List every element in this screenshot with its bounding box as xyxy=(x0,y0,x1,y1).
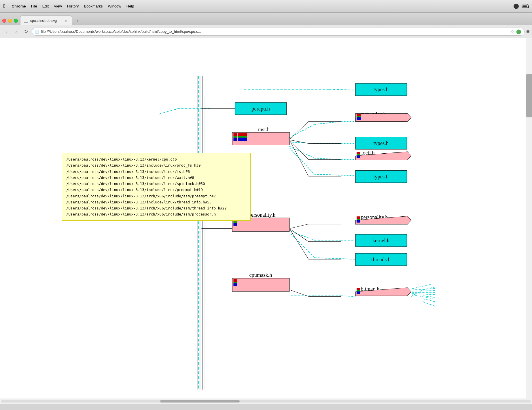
vertical-scrollbar[interactable] xyxy=(526,38,532,398)
forward-button[interactable]: › xyxy=(12,28,20,36)
svg-rect-82 xyxy=(357,152,360,154)
tabbar: f cpu.c.include.svg × + ⤢ xyxy=(0,13,532,25)
back-button[interactable]: ‹ xyxy=(2,28,10,36)
menubar-file[interactable]: File xyxy=(31,4,37,8)
menubar:  Chrome File Edit View History Bookmark… xyxy=(0,0,532,13)
svg-rect-83 xyxy=(357,154,360,155)
apple-menu-icon[interactable]:  xyxy=(3,3,5,9)
tooltip-line: /Users/paulross/dev/linux/linux-3.13/inc… xyxy=(66,162,246,168)
svg-rect-68 xyxy=(357,116,361,117)
address-text[interactable]: file:///Users/paulross/Documents/workspa… xyxy=(41,29,509,34)
menubar-history[interactable]: History xyxy=(67,4,79,8)
tooltip-line: /Users/paulross/dev/linux/linux-3.13/inc… xyxy=(66,169,246,175)
tooltip-line: /Users/paulross/dev/linux/linux-3.13/ker… xyxy=(66,156,246,162)
svg-rect-73 xyxy=(233,136,237,138)
svg-rect-104 xyxy=(233,222,237,223)
svg-rect-74 xyxy=(233,138,237,141)
cast-icon[interactable]: ⬤ xyxy=(516,29,521,34)
svg-rect-122 xyxy=(357,288,360,290)
svg-marker-66 xyxy=(355,114,411,121)
menubar-window[interactable]: Window xyxy=(108,4,121,8)
bookmark-star-icon[interactable]: ☆ xyxy=(511,29,514,34)
maximize-window-button[interactable] xyxy=(14,19,18,23)
svg-text:types.h: types.h xyxy=(373,87,388,92)
svg-text:types.h: types.h xyxy=(373,174,388,180)
horizontal-scrollbar-thumb[interactable] xyxy=(160,400,240,403)
svg-rect-105 xyxy=(233,223,237,226)
horizontal-scrollbar[interactable] xyxy=(0,398,532,404)
svg-rect-76 xyxy=(238,136,247,138)
wifi-icon xyxy=(514,4,519,9)
svg-rect-77 xyxy=(238,138,247,141)
tooltip-line: /Users/paulross/dev/linux/linux-3.13/arc… xyxy=(66,205,246,211)
menubar-edit[interactable]: Edit xyxy=(42,4,49,8)
tooltip-line: /Users/paulross/dev/linux/linux-3.13/arc… xyxy=(66,193,246,199)
address-bar[interactable]: 📄 file:///Users/paulross/Documents/works… xyxy=(32,28,525,36)
tab-close-button[interactable]: × xyxy=(64,18,68,23)
svg-rect-123 xyxy=(357,290,360,291)
new-tab-button[interactable]: + xyxy=(74,17,82,25)
menubar-chrome[interactable]: Chrome xyxy=(12,4,26,8)
minimize-window-button[interactable] xyxy=(8,19,12,23)
horizontal-scrollbar-track[interactable] xyxy=(1,400,531,403)
close-window-button[interactable] xyxy=(2,19,6,23)
tooltip-line: /Users/paulross/dev/linux/linux-3.13/arc… xyxy=(66,211,246,217)
main-content: types.h percpu.h msr-index.h msr.h types… xyxy=(0,38,532,404)
address-file-icon: 📄 xyxy=(35,30,39,34)
expand-icon[interactable]: ⤢ xyxy=(525,3,529,7)
svg-rect-110 xyxy=(357,220,360,222)
menubar-help[interactable]: Help xyxy=(126,4,134,8)
svg-rect-69 xyxy=(357,117,361,120)
menubar-view[interactable]: View xyxy=(54,4,62,8)
tab-favicon: f xyxy=(24,19,28,23)
svg-rect-67 xyxy=(357,114,361,116)
include-diagram: types.h percpu.h msr-index.h msr.h types… xyxy=(0,38,532,404)
svg-text:personality.h: personality.h xyxy=(248,212,275,218)
toolbar: ‹ › ↻ 📄 file:///Users/paulross/Documents… xyxy=(0,25,532,38)
svg-text:msr.h: msr.h xyxy=(258,127,270,132)
window-controls xyxy=(2,19,18,25)
tooltip-box: /Users/paulross/dev/linux/linux-3.13/ker… xyxy=(62,153,251,221)
svg-rect-117 xyxy=(233,279,237,282)
tooltip-line: /Users/paulross/dev/linux/linux-3.13/inc… xyxy=(66,199,246,205)
svg-text:cpumask.h: cpumask.h xyxy=(249,272,272,278)
svg-text:types.h: types.h xyxy=(373,140,388,146)
svg-rect-72 xyxy=(233,133,237,136)
reload-button[interactable]: ↻ xyxy=(22,28,30,36)
svg-text:threads.h: threads.h xyxy=(371,257,391,262)
tooltip-line: /Users/paulross/dev/linux/linux-3.13/inc… xyxy=(66,175,246,181)
svg-rect-119 xyxy=(233,283,237,286)
tab-title: cpu.c.include.svg xyxy=(30,19,61,23)
svg-rect-75 xyxy=(238,133,247,136)
svg-rect-109 xyxy=(357,219,360,220)
svg-rect-118 xyxy=(233,282,237,283)
svg-rect-84 xyxy=(357,155,360,158)
svg-text:kernel.h: kernel.h xyxy=(372,238,390,243)
active-tab[interactable]: f cpu.c.include.svg × xyxy=(20,16,72,25)
svg-marker-116 xyxy=(232,278,289,291)
svg-rect-108 xyxy=(357,216,360,219)
menubar-bookmarks[interactable]: Bookmarks xyxy=(84,4,103,8)
tooltip-line: /Users/paulross/dev/linux/linux-3.13/inc… xyxy=(66,181,246,187)
tooltip-line: /Users/paulross/dev/linux/linux-3.13/inc… xyxy=(66,187,246,193)
svg-text:percpu.h: percpu.h xyxy=(251,106,270,112)
svg-rect-124 xyxy=(357,291,360,294)
chrome-menu-button[interactable]: ≡ xyxy=(526,28,530,35)
vertical-scrollbar-thumb[interactable] xyxy=(526,74,532,117)
